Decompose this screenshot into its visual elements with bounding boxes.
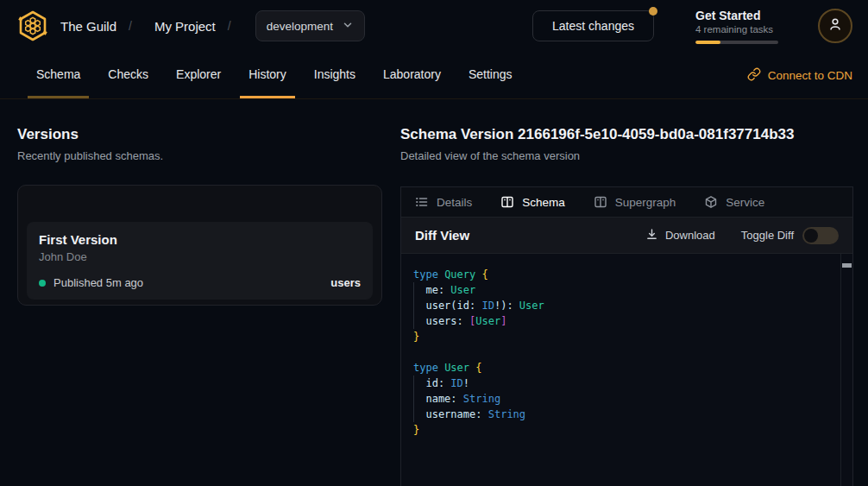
breadcrumb-separator: / (228, 19, 231, 33)
link-icon (747, 67, 761, 84)
detail-tab-service[interactable]: Service (704, 195, 764, 209)
breadcrumb-org[interactable]: The Guild (60, 19, 116, 34)
code-line: user(id: ID!): User (413, 298, 839, 313)
editor-scrollbar[interactable] (840, 254, 852, 486)
code-line: users: [User] (413, 313, 839, 329)
scrollbar-thumb[interactable] (842, 263, 852, 268)
get-started-subtitle: 4 remaining tasks (695, 24, 778, 35)
tab-schema[interactable]: Schema (28, 52, 89, 98)
main-nav: SchemaChecksExplorerHistoryInsightsLabor… (0, 52, 868, 99)
detail-tab-details[interactable]: Details (415, 195, 472, 209)
versions-column: Versions Recently published schemas. Fir… (0, 99, 399, 486)
version-list-item[interactable]: First VersionJohn DoePublished 5m agouse… (27, 222, 373, 300)
versions-subtitle: Recently published schemas. (17, 149, 382, 162)
target-select-value: development (267, 20, 333, 33)
version-list: First VersionJohn DoePublished 5m agouse… (17, 185, 382, 306)
version-status-row: Published 5m agousers (39, 276, 361, 289)
tab-insights[interactable]: Insights (305, 52, 364, 98)
detail-tab-label: Schema (522, 196, 565, 209)
get-started-widget[interactable]: Get Started 4 remaining tasks (695, 9, 778, 44)
code-line: username: String (413, 407, 839, 422)
user-icon (827, 16, 843, 35)
toggle-diff-label: Toggle Diff (741, 229, 794, 242)
main-content: Versions Recently published schemas. Fir… (0, 99, 868, 486)
code-lines: type Query { me: User user(id: ID!): Use… (413, 267, 839, 438)
connect-to-cdn-link[interactable]: Connect to CDN (747, 52, 852, 98)
code-line: type Query { (413, 267, 839, 282)
tab-checks[interactable]: Checks (99, 52, 157, 98)
hive-logo-icon[interactable] (16, 9, 50, 43)
detail-tabs: DetailsSchemaSupergraphService (401, 187, 852, 218)
connect-to-cdn-label: Connect to CDN (768, 69, 852, 82)
target-select[interactable]: development (255, 10, 365, 41)
code-line: } (413, 422, 839, 438)
version-status: Published 5m ago (53, 276, 143, 289)
detail-tab-label: Service (726, 196, 764, 209)
code-line (413, 344, 839, 360)
diff-view-header: Diff View Download Toggle Diff (401, 218, 852, 254)
breadcrumb-separator: / (129, 19, 132, 33)
version-name: First Version (39, 232, 361, 247)
toggle-diff-switch[interactable] (802, 227, 839, 244)
published-status-icon (39, 280, 46, 287)
list-icon (415, 195, 429, 209)
get-started-progressbar (695, 41, 778, 44)
tab-explorer[interactable]: Explorer (167, 52, 230, 98)
cube-icon (704, 195, 718, 209)
download-label: Download (665, 229, 715, 242)
switch-knob (804, 229, 818, 243)
columns-icon (500, 195, 514, 209)
schema-detail-panel: DetailsSchemaSupergraphService Diff View… (400, 186, 853, 486)
indent-guide (413, 376, 414, 422)
tab-settings[interactable]: Settings (460, 52, 521, 98)
notification-dot-icon (649, 7, 657, 16)
nav-tabs: SchemaChecksExplorerHistoryInsightsLabor… (22, 52, 526, 98)
code-line: } (413, 329, 839, 344)
app-header: The Guild / My Project / development Lat… (0, 0, 868, 52)
user-avatar[interactable] (818, 9, 852, 43)
latest-changes-label: Latest changes (552, 19, 634, 33)
code-line: id: ID! (413, 376, 839, 391)
code-line: me: User (413, 282, 839, 298)
chevron-down-icon (342, 19, 354, 34)
detail-tab-label: Supergraph (615, 196, 676, 209)
columns-icon (594, 195, 607, 209)
version-author: John Doe (39, 250, 361, 263)
detail-column: Schema Version 2166196f-5e10-4059-bd0a-0… (399, 99, 868, 486)
schema-code-editor[interactable]: type Query { me: User user(id: ID!): Use… (401, 254, 852, 486)
download-button[interactable]: Download (645, 228, 715, 243)
indent-guide (413, 282, 414, 329)
versions-title: Versions (17, 126, 382, 143)
schema-version-title: Schema Version 2166196f-5e10-4059-bd0a-0… (400, 126, 853, 143)
breadcrumb-project[interactable]: My Project (154, 19, 216, 34)
get-started-title: Get Started (695, 9, 778, 22)
latest-changes-button[interactable]: Latest changes (532, 10, 654, 41)
detail-tab-supergraph[interactable]: Supergraph (594, 195, 676, 209)
code-line: name: String (413, 391, 839, 407)
tab-history[interactable]: History (240, 52, 295, 98)
detail-tab-label: Details (437, 196, 472, 209)
schema-version-subtitle: Detailed view of the schema version (400, 149, 853, 162)
detail-tab-schema[interactable]: Schema (500, 195, 565, 209)
code-line: type User { (413, 360, 839, 376)
tab-laboratory[interactable]: Laboratory (374, 52, 450, 98)
download-icon (645, 228, 658, 243)
version-service-badge: users (330, 276, 361, 289)
get-started-progress-fill (695, 41, 720, 44)
diff-view-title: Diff View (415, 228, 469, 243)
